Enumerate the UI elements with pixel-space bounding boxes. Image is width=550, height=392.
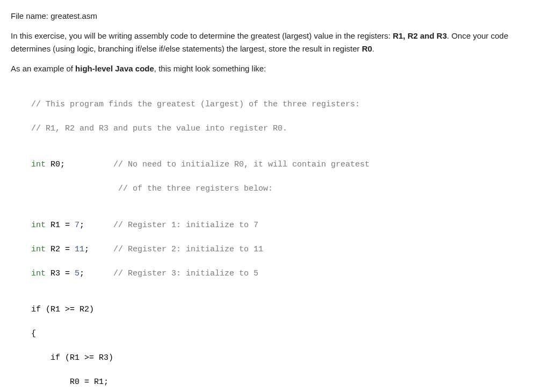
code-comment: // of the three registers below: [31, 184, 273, 193]
code-var: ; [79, 269, 84, 278]
code-brace: { [31, 329, 36, 338]
code-cond: (R1 >= R2) [41, 305, 94, 314]
paragraph-1: In this exercise, you will be writing as… [11, 30, 539, 55]
code-type: int [31, 221, 46, 230]
code-assign: R0 = R1; [31, 378, 108, 387]
p1-text-c: . [372, 44, 374, 53]
code-comment: // This program finds the greatest (larg… [31, 100, 360, 109]
code-block: // This program finds the greatest (larg… [31, 86, 539, 392]
paragraph-2: As an example of high-level Java code, t… [11, 62, 539, 75]
code-var: R0; [46, 160, 65, 169]
code-var: ; [79, 221, 84, 230]
filename-value: greatest.asm [50, 11, 97, 20]
code-number: 5 [75, 269, 79, 278]
code-comment: // Register 2: initialize to 11 [89, 245, 263, 254]
p1-registers-bold: R1, R2 and R3 [393, 31, 447, 40]
code-var: ; [84, 245, 89, 254]
code-var: R3 = [46, 269, 75, 278]
filename-label: File name: [11, 11, 48, 20]
p2-text-a: As an example of [11, 64, 75, 73]
code-var: R2 = [46, 245, 75, 254]
code-var: R1 = [46, 221, 75, 230]
p1-text-a: In this exercise, you will be writing as… [11, 31, 393, 40]
p1-result-reg-bold: R0 [362, 44, 372, 53]
code-cond: (R1 >= R3) [60, 353, 113, 362]
code-keyword: if [31, 353, 60, 362]
p2-text-b: , this might look something like: [154, 64, 266, 73]
code-comment: // Register 1: initialize to 7 [84, 221, 258, 230]
code-number: 11 [75, 245, 84, 254]
code-comment: // Register 3: initialize to 5 [84, 269, 258, 278]
code-comment: // No need to initialize R0, it will con… [65, 160, 370, 169]
code-type: int [31, 269, 46, 278]
p2-bold: high-level Java code [75, 64, 154, 73]
code-keyword: if [31, 305, 41, 314]
filename-line: File name: greatest.asm [11, 10, 539, 22]
code-type: int [31, 245, 46, 254]
code-comment: // R1, R2 and R3 and puts the value into… [31, 124, 287, 133]
code-number: 7 [75, 221, 79, 230]
code-type: int [31, 160, 46, 169]
